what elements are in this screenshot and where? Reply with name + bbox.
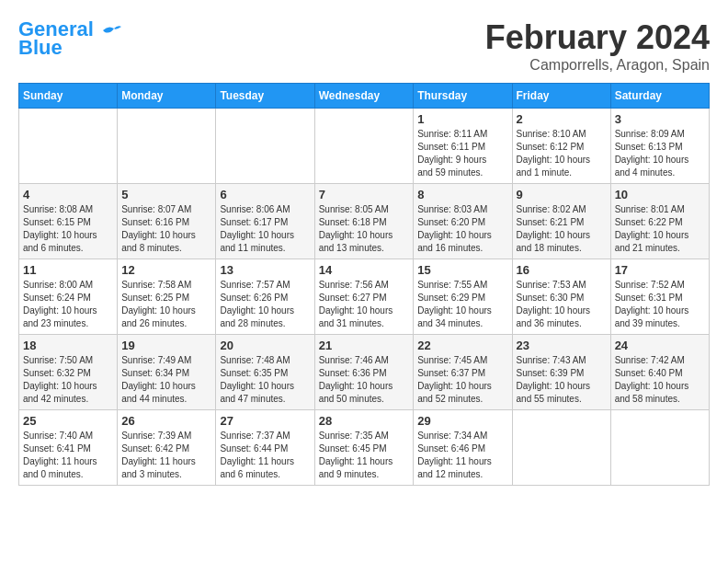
day-number: 19 <box>121 339 211 352</box>
day-number: 4 <box>23 188 113 201</box>
day-info: Sunrise: 7:53 AM Sunset: 6:30 PM Dayligh… <box>517 279 607 330</box>
calendar-cell: 22Sunrise: 7:45 AM Sunset: 6:37 PM Dayli… <box>414 335 512 410</box>
calendar-cell: 10Sunrise: 8:01 AM Sunset: 6:22 PM Dayli… <box>610 184 709 259</box>
day-info: Sunrise: 7:40 AM Sunset: 6:41 PM Dayligh… <box>23 430 113 481</box>
day-number: 28 <box>319 414 410 428</box>
calendar-cell: 14Sunrise: 7:56 AM Sunset: 6:27 PM Dayli… <box>314 259 414 335</box>
day-number: 14 <box>319 263 410 277</box>
day-number: 5 <box>121 188 211 201</box>
weekday-header-saturday: Saturday <box>610 84 709 109</box>
day-info: Sunrise: 7:57 AM Sunset: 6:26 PM Dayligh… <box>220 279 310 330</box>
day-number: 6 <box>220 188 310 201</box>
calendar-cell: 12Sunrise: 7:58 AM Sunset: 6:25 PM Dayli… <box>118 259 216 335</box>
calendar-cell: 23Sunrise: 7:43 AM Sunset: 6:39 PM Dayli… <box>512 335 610 410</box>
day-info: Sunrise: 7:48 AM Sunset: 6:35 PM Dayligh… <box>220 354 310 406</box>
day-info: Sunrise: 8:05 AM Sunset: 6:18 PM Dayligh… <box>319 203 410 255</box>
day-info: Sunrise: 7:52 AM Sunset: 6:31 PM Dayligh… <box>615 279 705 330</box>
calendar-cell: 25Sunrise: 7:40 AM Sunset: 6:41 PM Dayli… <box>19 410 118 486</box>
calendar-table: SundayMondayTuesdayWednesdayThursdayFrid… <box>18 83 710 486</box>
day-info: Sunrise: 7:37 AM Sunset: 6:44 PM Dayligh… <box>220 430 310 481</box>
calendar-cell: 20Sunrise: 7:48 AM Sunset: 6:35 PM Dayli… <box>216 335 314 410</box>
calendar-cell <box>610 410 709 486</box>
calendar-cell: 2Sunrise: 8:10 AM Sunset: 6:12 PM Daylig… <box>512 109 610 184</box>
day-info: Sunrise: 8:09 AM Sunset: 6:13 PM Dayligh… <box>615 128 705 179</box>
calendar-cell: 16Sunrise: 7:53 AM Sunset: 6:30 PM Dayli… <box>512 259 610 335</box>
calendar-cell: 28Sunrise: 7:35 AM Sunset: 6:45 PM Dayli… <box>314 410 414 486</box>
calendar-cell: 7Sunrise: 8:05 AM Sunset: 6:18 PM Daylig… <box>314 184 414 259</box>
calendar-cell: 1Sunrise: 8:11 AM Sunset: 6:11 PM Daylig… <box>414 109 512 184</box>
day-info: Sunrise: 8:11 AM Sunset: 6:11 PM Dayligh… <box>417 128 507 179</box>
week-row-1: 1Sunrise: 8:11 AM Sunset: 6:11 PM Daylig… <box>19 109 710 184</box>
weekday-header-wednesday: Wednesday <box>314 84 414 109</box>
day-number: 12 <box>121 263 211 277</box>
day-number: 16 <box>517 263 607 277</box>
day-number: 1 <box>417 112 507 126</box>
day-number: 3 <box>615 112 705 126</box>
day-info: Sunrise: 7:50 AM Sunset: 6:32 PM Dayligh… <box>23 354 113 406</box>
day-number: 27 <box>220 414 310 428</box>
calendar-cell: 17Sunrise: 7:52 AM Sunset: 6:31 PM Dayli… <box>610 259 709 335</box>
day-info: Sunrise: 8:03 AM Sunset: 6:20 PM Dayligh… <box>417 203 507 255</box>
calendar-cell: 6Sunrise: 8:06 AM Sunset: 6:17 PM Daylig… <box>216 184 314 259</box>
day-number: 2 <box>517 112 607 126</box>
calendar-cell: 13Sunrise: 7:57 AM Sunset: 6:26 PM Dayli… <box>216 259 314 335</box>
day-info: Sunrise: 7:55 AM Sunset: 6:29 PM Dayligh… <box>417 279 507 330</box>
day-info: Sunrise: 8:07 AM Sunset: 6:16 PM Dayligh… <box>121 203 211 255</box>
day-info: Sunrise: 7:56 AM Sunset: 6:27 PM Dayligh… <box>319 279 410 330</box>
day-info: Sunrise: 8:01 AM Sunset: 6:22 PM Dayligh… <box>615 203 705 255</box>
day-info: Sunrise: 7:58 AM Sunset: 6:25 PM Dayligh… <box>121 279 211 330</box>
day-info: Sunrise: 7:39 AM Sunset: 6:42 PM Dayligh… <box>121 430 211 481</box>
month-title: February 2024 <box>485 18 710 57</box>
weekday-header-monday: Monday <box>118 84 216 109</box>
day-number: 26 <box>121 414 211 428</box>
day-info: Sunrise: 7:34 AM Sunset: 6:46 PM Dayligh… <box>417 430 507 481</box>
day-info: Sunrise: 8:10 AM Sunset: 6:12 PM Dayligh… <box>517 128 607 179</box>
calendar-cell: 15Sunrise: 7:55 AM Sunset: 6:29 PM Dayli… <box>414 259 512 335</box>
weekday-header-sunday: Sunday <box>19 84 118 109</box>
calendar-cell: 11Sunrise: 8:00 AM Sunset: 6:24 PM Dayli… <box>19 259 118 335</box>
day-number: 17 <box>615 263 705 277</box>
day-number: 25 <box>23 414 113 428</box>
day-number: 15 <box>417 263 507 277</box>
day-number: 20 <box>220 339 310 352</box>
page-header: General Blue February 2024 Camporrells, … <box>18 18 710 74</box>
day-number: 24 <box>615 339 705 352</box>
day-info: Sunrise: 8:02 AM Sunset: 6:21 PM Dayligh… <box>517 203 607 255</box>
weekday-header-tuesday: Tuesday <box>216 84 314 109</box>
week-row-5: 25Sunrise: 7:40 AM Sunset: 6:41 PM Dayli… <box>19 410 710 486</box>
calendar-cell <box>314 109 414 184</box>
calendar-cell: 9Sunrise: 8:02 AM Sunset: 6:21 PM Daylig… <box>512 184 610 259</box>
calendar-cell <box>118 109 216 184</box>
calendar-cell: 29Sunrise: 7:34 AM Sunset: 6:46 PM Dayli… <box>414 410 512 486</box>
week-row-3: 11Sunrise: 8:00 AM Sunset: 6:24 PM Dayli… <box>19 259 710 335</box>
calendar-cell <box>216 109 314 184</box>
week-row-4: 18Sunrise: 7:50 AM Sunset: 6:32 PM Dayli… <box>19 335 710 410</box>
calendar-cell: 5Sunrise: 8:07 AM Sunset: 6:16 PM Daylig… <box>118 184 216 259</box>
day-number: 18 <box>23 339 113 352</box>
calendar-cell: 24Sunrise: 7:42 AM Sunset: 6:40 PM Dayli… <box>610 335 709 410</box>
weekday-header-row: SundayMondayTuesdayWednesdayThursdayFrid… <box>19 84 710 109</box>
calendar-cell: 19Sunrise: 7:49 AM Sunset: 6:34 PM Dayli… <box>118 335 216 410</box>
week-row-2: 4Sunrise: 8:08 AM Sunset: 6:15 PM Daylig… <box>19 184 710 259</box>
day-number: 29 <box>417 414 507 428</box>
day-info: Sunrise: 7:35 AM Sunset: 6:45 PM Dayligh… <box>319 430 410 481</box>
day-info: Sunrise: 7:46 AM Sunset: 6:36 PM Dayligh… <box>319 354 410 406</box>
weekday-header-thursday: Thursday <box>414 84 512 109</box>
day-number: 10 <box>615 188 705 201</box>
day-info: Sunrise: 7:45 AM Sunset: 6:37 PM Dayligh… <box>417 354 507 406</box>
logo: General Blue <box>18 18 121 59</box>
location: Camporrells, Aragon, Spain <box>485 57 710 74</box>
day-number: 7 <box>319 188 410 201</box>
day-number: 22 <box>417 339 507 352</box>
day-info: Sunrise: 8:08 AM Sunset: 6:15 PM Dayligh… <box>23 203 113 255</box>
bird-icon <box>101 23 121 38</box>
day-info: Sunrise: 8:00 AM Sunset: 6:24 PM Dayligh… <box>23 279 113 330</box>
day-number: 23 <box>517 339 607 352</box>
day-info: Sunrise: 7:43 AM Sunset: 6:39 PM Dayligh… <box>517 354 607 406</box>
logo-text-blue: Blue <box>18 37 63 59</box>
day-info: Sunrise: 7:42 AM Sunset: 6:40 PM Dayligh… <box>615 354 705 406</box>
day-info: Sunrise: 8:06 AM Sunset: 6:17 PM Dayligh… <box>220 203 310 255</box>
day-number: 11 <box>23 263 113 277</box>
calendar-cell <box>512 410 610 486</box>
weekday-header-friday: Friday <box>512 84 610 109</box>
